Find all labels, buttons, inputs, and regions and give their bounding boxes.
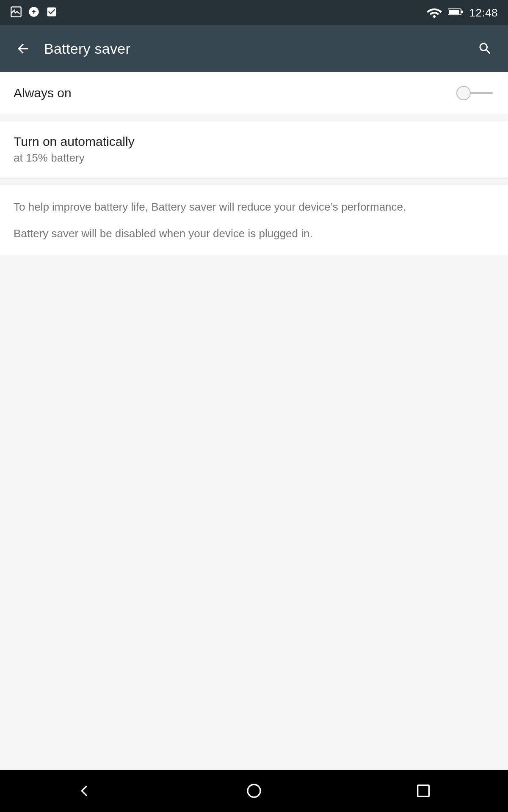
app-bar: Battery saver [0,25,508,72]
content-area: Always on Turn on automatically at 15% b… [0,72,508,770]
info-section: To help improve battery life, Battery sa… [0,185,508,255]
upload-icon [28,6,40,19]
wifi-icon [427,6,442,19]
status-time: 12:48 [469,6,498,19]
auto-title: Turn on automatically [14,134,494,149]
toggle-track[interactable] [456,86,494,100]
svg-rect-7 [418,785,429,797]
svg-rect-4 [461,11,463,13]
status-bar: 12:48 [0,0,508,25]
svg-point-6 [248,785,260,797]
nav-bar [0,770,508,812]
auto-section[interactable]: Turn on automatically at 15% battery [0,121,508,178]
status-bar-left [10,6,58,19]
always-on-toggle[interactable] [456,86,494,100]
svg-point-2 [433,15,436,18]
search-button[interactable] [472,36,498,61]
svg-rect-5 [449,10,459,14]
battery-icon [448,8,463,18]
content-spacer [0,255,508,770]
app-bar-title: Battery saver [44,41,472,57]
info-text-2: Battery saver will be disabled when your… [14,225,494,242]
status-bar-right: 12:48 [427,6,498,19]
task-icon [46,6,58,19]
info-text-1: To help improve battery life, Battery sa… [14,199,494,215]
nav-back-button[interactable] [68,774,102,808]
auto-subtitle: at 15% battery [14,151,494,165]
toggle-thumb [456,86,471,100]
back-button[interactable] [10,36,36,61]
always-on-row[interactable]: Always on [0,72,508,114]
always-on-label: Always on [14,86,72,100]
nav-home-button[interactable] [237,774,271,808]
gallery-icon [10,6,22,19]
nav-recents-button[interactable] [406,774,440,808]
